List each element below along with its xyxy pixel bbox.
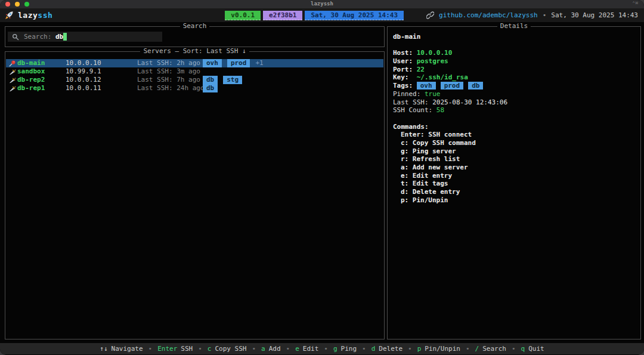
command-hint: r: Refresh list — [393, 155, 638, 163]
terminal-window: lazyssh ⌃⌘ lazyssh v0.0.1 e2f38b1 Sat, 3… — [0, 0, 644, 355]
server-tags: ovh prod +1 — [203, 59, 264, 67]
server-ip: 10.0.0.12 — [66, 76, 101, 84]
details-ssh-count: SSH Count: 58 — [393, 106, 638, 115]
tag-badge: stg — [223, 76, 242, 84]
window-title: lazyssh — [0, 1, 644, 7]
pin-icon — [9, 60, 16, 67]
separator-dot: • — [198, 345, 202, 353]
details-panel: Details db-main Host: 10.0.0.10 User: po… — [387, 26, 641, 339]
shortcut-label: Add — [269, 345, 281, 353]
link-icon — [426, 11, 434, 19]
details-port: Port: 22 — [393, 66, 638, 74]
shortcut-label: Edit — [303, 345, 319, 353]
tag-badge: db — [468, 82, 483, 89]
command-hint: e: Edit entry — [393, 172, 638, 180]
separator-dot: • — [512, 345, 516, 353]
shortcut-key: p — [417, 345, 422, 353]
server-ip: 10.0.0.11 — [66, 84, 101, 92]
server-row-sandbox[interactable]: sandbox 10.99.9.1 Last SSH: 3m ago — [6, 67, 383, 76]
separator-dot: • — [362, 345, 366, 353]
details-user: User: postgres — [393, 57, 638, 66]
command-hint: p: Pin/Unpin — [393, 196, 638, 205]
separator-dot: • — [466, 345, 470, 353]
shortcut-label: Quit — [528, 345, 544, 353]
command-hint: t: Edit tags — [393, 180, 638, 188]
shortcut-label: Copy SSH — [215, 345, 246, 353]
server-ip: 10.0.0.10 — [66, 59, 101, 67]
servers-panel: Servers — Sort: Last SSH ↓ db-main 10.0.… — [5, 51, 385, 339]
tag-badge: ovh — [417, 82, 436, 89]
separator-dot: • — [148, 345, 153, 353]
server-row-db-rep1[interactable]: db-rep1 10.0.0.11 Last SSH: 24h ago db — [6, 84, 383, 92]
details-host: Host: 10.0.0.10 — [393, 49, 638, 57]
server-name: db-rep1 — [17, 84, 45, 92]
details-key: Key: ~/.ssh/id_rsa — [393, 73, 638, 82]
blank-line — [393, 41, 638, 50]
tag-badge: prod — [227, 59, 250, 67]
tag-badge: db — [203, 76, 218, 84]
search-panel-title: Search — [5, 22, 384, 30]
rocket-icon — [5, 11, 14, 20]
server-list: db-main 10.0.0.10 Last SSH: 2h ago ovh p… — [6, 59, 383, 92]
server-last-ssh: Last SSH: 3m ago — [137, 67, 200, 75]
server-last-ssh: Last SSH: 24h ago — [137, 84, 205, 92]
separator-dot: • — [543, 11, 547, 19]
server-name: db-rep2 — [17, 76, 45, 84]
header-datetime: Sat, 30 Aug 2025 14:43 — [551, 11, 638, 19]
details-tags: Tags: ovhproddb — [393, 82, 638, 90]
shortcut-key: Enter — [157, 345, 177, 353]
command-hint: a: Add new server — [393, 163, 638, 172]
server-ip: 10.99.9.1 — [66, 67, 101, 75]
separator-dot: • — [324, 345, 328, 353]
version-badge: v0.0.1 — [225, 11, 261, 20]
details-pinned: Pinned: true — [393, 90, 638, 98]
shortcut-key: d — [371, 345, 376, 353]
header-right: v0.0.1 e2f38b1 Sat, 30 Aug 2025 14:43 gi… — [222, 11, 639, 20]
shortcut-key: ↑↓ — [100, 345, 107, 353]
tag-overflow-count: +1 — [255, 59, 263, 67]
titlebar: lazyssh ⌃⌘ — [0, 0, 644, 8]
command-hint: Enter: SSH connect — [393, 131, 638, 139]
shortcut-label: Ping — [341, 345, 357, 353]
shortcut-label: Search — [482, 345, 506, 353]
server-name: sandbox — [17, 67, 45, 75]
shortcut-key: q — [521, 345, 525, 353]
server-name: db-main — [17, 59, 45, 67]
servers-panel-title: Servers — Sort: Last SSH ↓ — [5, 47, 384, 55]
shortcut-key: e — [295, 345, 299, 353]
server-row-db-rep2[interactable]: db-rep2 10.0.0.12 Last SSH: 7h ago db st… — [6, 76, 383, 84]
server-last-ssh: Last SSH: 7h ago — [137, 76, 200, 84]
shortcut-label: Delete — [379, 345, 402, 353]
dagger-icon — [9, 68, 16, 75]
dagger-icon — [9, 76, 16, 84]
app-logo: lazyssh — [18, 11, 52, 20]
tag-badge: prod — [441, 82, 464, 89]
server-row-db-main[interactable]: db-main 10.0.0.10 Last SSH: 2h ago ovh p… — [6, 59, 383, 67]
github-repo-link[interactable]: github.com/adembc/lazyssh — [439, 11, 538, 19]
shortcut-label: Pin/Unpin — [425, 345, 460, 353]
details-panel-title: Details — [388, 22, 640, 30]
search-input[interactable]: Search: db — [8, 32, 162, 42]
commands-title: Commands: — [393, 123, 638, 131]
tag-badge: ovh — [203, 59, 222, 67]
command-hint: d: Delete entry — [393, 188, 638, 196]
window-shortcut-hint: ⌃⌘ — [632, 1, 638, 6]
shortcut-key: c — [208, 345, 212, 353]
search-query-text: db — [55, 33, 63, 41]
separator-dot: • — [252, 345, 256, 353]
shortcut-key: g — [333, 345, 338, 353]
shortcut-key: / — [475, 345, 479, 353]
server-tags: db stg — [203, 76, 247, 84]
date-badge: Sat, 30 Aug 2025 14:43 — [305, 11, 404, 20]
shortcut-label: SSH — [181, 345, 193, 353]
details-last-ssh: Last SSH: 2025-08-30 12:43:06 — [393, 98, 638, 107]
separator-dot: • — [286, 345, 290, 353]
tag-badge: db — [203, 84, 218, 92]
shortcut-key: a — [261, 345, 265, 353]
search-panel: Search Search: db — [5, 26, 385, 47]
details-server-name: db-main — [393, 33, 638, 41]
separator-dot: • — [408, 345, 412, 353]
search-icon — [12, 33, 19, 41]
status-bar: ↑↓Navigate • EnterSSH • cCopy SSH • aAdd… — [0, 343, 644, 354]
blank-line — [393, 115, 638, 123]
